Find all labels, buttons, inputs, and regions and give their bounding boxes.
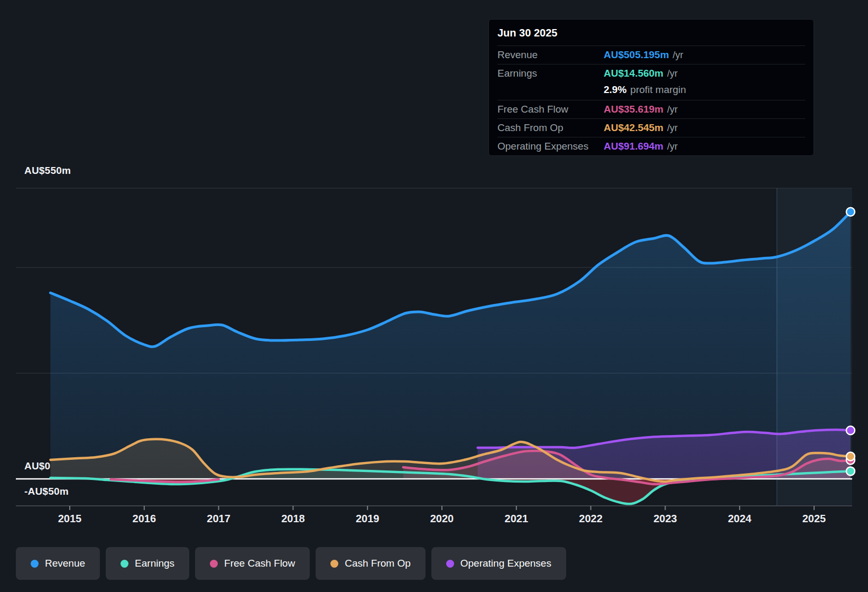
x-axis-label-2018: 2018 xyxy=(281,513,305,525)
x-axis-label-2019: 2019 xyxy=(356,513,380,525)
legend-dot-icon xyxy=(31,560,39,568)
tooltip-row-label: Earnings xyxy=(497,68,604,79)
x-axis-label-2024: 2024 xyxy=(728,513,752,525)
tooltip-row-value: AU$14.560m xyxy=(604,68,663,79)
x-axis-label-2017: 2017 xyxy=(207,513,230,525)
legend-label: Operating Expenses xyxy=(460,558,551,569)
legend-item-earnings[interactable]: Earnings xyxy=(106,547,189,580)
x-axis-label-2023: 2023 xyxy=(653,513,677,525)
y-axis-label: AU$0 xyxy=(24,460,50,472)
tooltip-row-operating-expenses: Operating ExpensesAU$91.694m/yr xyxy=(497,137,805,155)
tooltip-row-value: AU$505.195m xyxy=(604,49,669,61)
operating-expenses-endpoint-marker xyxy=(846,426,855,434)
tooltip-row-unit: /yr xyxy=(673,50,684,61)
profit-margin-value: 2.9% xyxy=(604,84,626,96)
tooltip-row-free-cash-flow: Free Cash FlowAU$35.619m/yr xyxy=(497,100,805,118)
tooltip-rows: RevenueAU$505.195m/yrEarningsAU$14.560m/… xyxy=(497,45,805,155)
tooltip-row-label: Cash From Op xyxy=(497,122,604,134)
y-axis-label: -AU$50m xyxy=(24,486,69,497)
legend-label: Revenue xyxy=(45,558,85,569)
tooltip-row-label: Free Cash Flow xyxy=(497,104,604,115)
tooltip-row-unit: /yr xyxy=(667,104,678,115)
x-axis-label-2025: 2025 xyxy=(802,513,826,525)
tooltip-date: Jun 30 2025 xyxy=(497,20,805,45)
legend-item-revenue[interactable]: Revenue xyxy=(16,547,100,580)
earnings-revenue-history-chart: AU$550mAU$0-AU$50m 201520162017201820192… xyxy=(0,0,868,592)
cash-from-op-endpoint-marker xyxy=(846,452,855,461)
legend-item-cash-from-op[interactable]: Cash From Op xyxy=(316,547,426,580)
tooltip-row-label: Revenue xyxy=(497,49,604,61)
tooltip-row-cash-from-op: Cash From OpAU$42.545m/yr xyxy=(497,118,805,137)
tooltip-row-unit: /yr xyxy=(667,141,678,152)
y-axis-label: AU$550m xyxy=(24,165,71,177)
legend-dot-icon xyxy=(330,560,338,568)
legend-item-operating-expenses[interactable]: Operating Expenses xyxy=(431,547,566,580)
tooltip-row-value: AU$35.619m xyxy=(604,104,663,115)
chart-legend: RevenueEarningsFree Cash FlowCash From O… xyxy=(16,547,566,580)
tooltip-row-unit: /yr xyxy=(667,123,678,134)
x-axis-label-2015: 2015 xyxy=(58,513,82,525)
x-axis-label-2020: 2020 xyxy=(430,513,454,525)
legend-dot-icon xyxy=(121,560,128,568)
x-axis-label-2022: 2022 xyxy=(579,513,603,525)
tooltip-row-revenue: RevenueAU$505.195m/yr xyxy=(497,45,805,64)
tooltip-profit-margin-row: 2.9%profit margin xyxy=(497,82,805,100)
legend-label: Earnings xyxy=(135,558,174,569)
legend-dot-icon xyxy=(446,560,454,568)
chart-tooltip: Jun 30 2025 RevenueAU$505.195m/yrEarning… xyxy=(488,19,814,156)
tooltip-row-label: Operating Expenses xyxy=(497,141,604,152)
legend-item-free-cash-flow[interactable]: Free Cash Flow xyxy=(195,547,310,580)
earnings-endpoint-marker xyxy=(846,467,855,475)
revenue-endpoint-marker xyxy=(846,208,855,216)
tooltip-row-earnings: EarningsAU$14.560m/yr xyxy=(497,64,805,82)
legend-label: Cash From Op xyxy=(345,558,411,569)
x-axis-label-2021: 2021 xyxy=(505,513,529,525)
tooltip-row-unit: /yr xyxy=(667,68,678,79)
profit-margin-label: profit margin xyxy=(630,84,686,96)
tooltip-row-value: AU$42.545m xyxy=(604,122,663,134)
x-axis-label-2016: 2016 xyxy=(133,513,156,525)
legend-label: Free Cash Flow xyxy=(224,558,295,569)
legend-dot-icon xyxy=(210,560,218,568)
tooltip-row-value: AU$91.694m xyxy=(604,141,663,152)
